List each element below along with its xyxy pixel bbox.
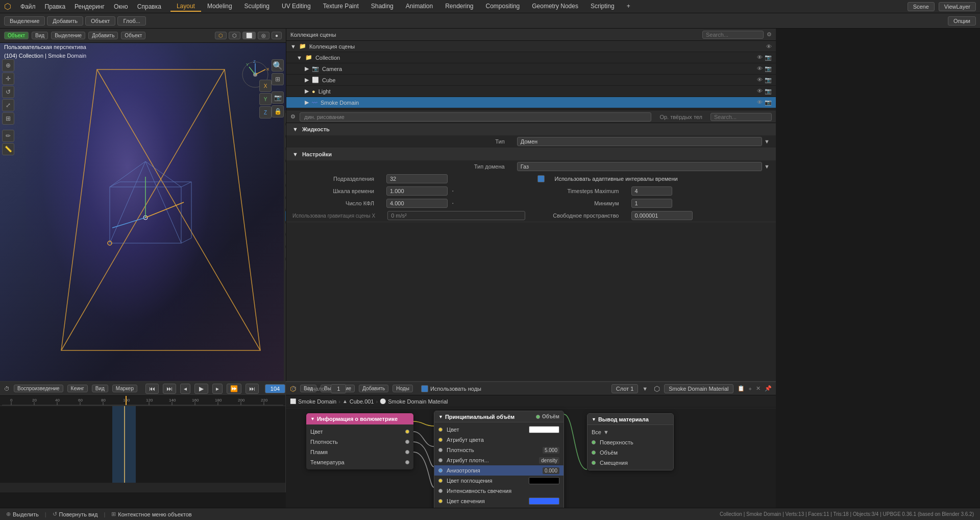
principal-emission-socket[interactable]	[438, 489, 443, 493]
light-render[interactable]: 📷	[765, 88, 772, 94]
tool-move[interactable]: ✛	[2, 73, 14, 85]
principal-vol-output-socket[interactable]	[536, 415, 540, 419]
outliner-item-light[interactable]: ▶ ● Light 👁 📷	[286, 86, 776, 97]
end-frame-input[interactable]	[331, 384, 346, 393]
time-scale-value[interactable]: 1.000	[386, 186, 448, 196]
breadcrumb-material[interactable]: Smoke Domain Material	[388, 398, 448, 405]
output-node-collapse[interactable]: ▼	[592, 417, 596, 422]
tab-rendering[interactable]: Rendering	[439, 2, 479, 12]
output-displacement-socket[interactable]	[592, 461, 596, 465]
smoke-eye[interactable]: 👁	[757, 99, 763, 106]
outliner-item-cube[interactable]: ▶ ⬜ Cube 👁 📷	[286, 75, 776, 86]
principal-density-socket[interactable]	[438, 448, 443, 452]
menu-window[interactable]: Окно	[110, 2, 132, 11]
tool-annotate[interactable]: ✏	[2, 130, 14, 142]
principal-density-value[interactable]: 5.000	[543, 447, 559, 454]
cube-eye[interactable]: 👁	[757, 77, 763, 83]
fluid-type-dropdown[interactable]: ▼	[764, 138, 770, 145]
tool-nav[interactable]: ⊞	[272, 73, 284, 85]
vol-info-node[interactable]: ▼ Информация о волюметрике Цвет Плотност…	[306, 413, 413, 469]
ts-max-value[interactable]: 4	[631, 186, 672, 196]
axis-x-indicator[interactable]: X	[259, 80, 272, 92]
principal-absorption-swatch[interactable]	[529, 477, 559, 484]
tool-measure[interactable]: 📏	[2, 143, 14, 155]
use-nodes-checkbox[interactable]	[421, 385, 428, 392]
viewlayer-selector[interactable]: ViewLayer	[939, 2, 976, 11]
fluid-section-header[interactable]: ▼ Жидкость	[286, 123, 776, 135]
settings-section-header[interactable]: ▼ Настройки	[286, 148, 776, 160]
subdivisions-value[interactable]: 32	[386, 174, 448, 183]
toolbar-object[interactable]: Объект	[85, 16, 115, 26]
principal-vol-collapse[interactable]: ▼	[438, 414, 443, 419]
cube-render[interactable]: 📷	[765, 77, 772, 83]
smoke-render[interactable]: 📷	[765, 99, 772, 106]
timeline-marker-btn[interactable]: Маркер	[112, 385, 137, 392]
toolbar-select[interactable]: Выделение	[4, 16, 45, 26]
turn-label[interactable]: Повернуть вид	[59, 511, 98, 517]
principal-color-attr-socket[interactable]	[438, 438, 443, 442]
tool-transform[interactable]: ⊞	[2, 112, 14, 125]
goto-end-btn[interactable]: ⏭	[246, 384, 259, 394]
tab-uv-editing[interactable]: UV Editing	[276, 2, 317, 12]
principal-emission-color-swatch[interactable]	[529, 498, 559, 505]
vol-info-temp-socket[interactable]	[405, 460, 409, 464]
goto-start-btn[interactable]: ⏮	[145, 384, 159, 394]
slot-selector[interactable]: Слот 1	[611, 384, 639, 393]
fluid-type-value[interactable]: Домен	[517, 137, 762, 146]
node-material-copy[interactable]: 📋	[738, 385, 745, 392]
principal-aniso-value[interactable]: 0.000	[543, 467, 559, 474]
outliner-search[interactable]	[702, 31, 764, 39]
vol-info-collapse-icon[interactable]: ▼	[310, 416, 315, 421]
axis-z-indicator[interactable]: Z	[259, 106, 272, 119]
current-frame-input[interactable]	[265, 384, 285, 393]
toolbar-global[interactable]: Глоб...	[117, 16, 145, 26]
tool-camera[interactable]: 📷	[272, 91, 284, 104]
principal-color-swatch[interactable]	[529, 426, 559, 433]
context-menu-label[interactable]: Контекстное меню объектов	[118, 511, 191, 517]
viewport-3d[interactable]: Объект Вид Выделение Добавить Объект ⬡ ⬡…	[0, 29, 286, 381]
timeline-keying-btn[interactable]: Кеинг	[67, 385, 88, 392]
tab-texture-paint[interactable]: Texture Paint	[317, 2, 365, 12]
play-btn[interactable]: ▶	[194, 384, 208, 394]
outliner-item-collection[interactable]: ▼ 📁 Collection 👁 📷	[286, 52, 776, 63]
menu-edit[interactable]: Правка	[41, 2, 70, 11]
next-frame-btn[interactable]: ⏩	[227, 384, 241, 394]
domain-type-value[interactable]: Газ	[517, 162, 762, 171]
vol-info-density-socket[interactable]	[405, 440, 409, 444]
tab-layout[interactable]: Layout	[170, 2, 201, 12]
output-dropdown-arrow[interactable]: ▼	[603, 429, 609, 435]
principal-vol-node[interactable]: ▼ Принципиальный объём Объём Цвет Атрибу…	[434, 411, 564, 520]
principal-density-attr-value[interactable]: density	[539, 457, 559, 464]
node-nodes-btn[interactable]: Ноды	[393, 385, 413, 392]
vol-info-flame-socket[interactable]	[405, 450, 409, 454]
outliner-scene-collection[interactable]: ▼ 📁 Коллекция сцены 👁	[286, 41, 776, 52]
scene-selector[interactable]: Scene	[908, 2, 935, 11]
prev-keyframe-btn[interactable]: ◂	[180, 384, 190, 394]
node-material-name[interactable]: Smoke Domain Material	[664, 384, 733, 393]
tool-rotate[interactable]: ↺	[2, 86, 14, 98]
slot-dropdown[interactable]: ▼	[642, 386, 648, 392]
node-material-remove[interactable]: ✕	[756, 385, 761, 392]
tab-compositing[interactable]: Compositing	[480, 2, 526, 12]
principal-color-socket[interactable]	[438, 428, 443, 432]
tool-scale[interactable]: ⤢	[2, 99, 14, 111]
domain-type-dropdown[interactable]: ▼	[764, 163, 770, 170]
tab-animation[interactable]: Animation	[400, 2, 439, 12]
principal-emission-color-socket[interactable]	[438, 499, 443, 503]
axis-y-indicator[interactable]: Y	[259, 93, 272, 105]
principal-absorption-socket[interactable]	[438, 479, 443, 483]
outliner-item-camera[interactable]: ▶ 📷 Camera 👁 📷	[286, 63, 776, 75]
tab-modeling[interactable]: Modeling	[201, 2, 238, 12]
select-label[interactable]: Выделить	[13, 511, 39, 517]
toolbar-add[interactable]: Добавить	[47, 16, 83, 26]
viewport-shading-wire[interactable]: ⬡	[229, 32, 240, 39]
viewport-overlay-btn[interactable]: ⬡	[215, 32, 227, 39]
camera-render[interactable]: 📷	[765, 65, 772, 72]
free-space-value[interactable]: 0.000001	[631, 211, 693, 220]
viewport-select-btn[interactable]: Выделение	[51, 32, 85, 39]
tab-geometry-nodes[interactable]: Geometry Nodes	[526, 2, 584, 12]
tab-sculpting[interactable]: Sculpting	[238, 2, 276, 12]
outliner-item-smoke-domain[interactable]: ▶ 〰 Smoke Domain 👁 📷	[286, 97, 776, 108]
menu-render[interactable]: Рендеринг	[70, 2, 109, 11]
tab-add[interactable]: +	[621, 2, 636, 12]
